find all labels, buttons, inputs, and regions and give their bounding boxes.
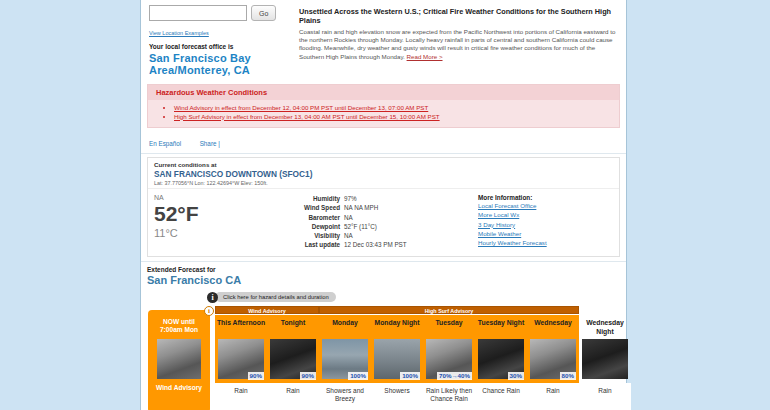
stat-row: Last update 12 Dec 03:43 PM PST xyxy=(272,240,472,249)
stat-value: NA xyxy=(344,231,353,240)
stat-row: Humidity 97% xyxy=(272,194,472,203)
hazard-title: Hazardous Weather Conditions xyxy=(148,85,619,100)
precip-probability: 100% xyxy=(400,372,420,380)
stat-value: 97% xyxy=(344,194,357,203)
forecast-periods: This Afternoon 90% Rain High: 58 °F Toni… xyxy=(215,315,631,410)
forecast-period-card[interactable]: Monday Night 100% Showers Low: 46 °F xyxy=(371,315,423,410)
precip-probability: 90% xyxy=(248,372,264,380)
hazard-now-line2: 7:00am Mon xyxy=(148,326,210,335)
news-body-text: Coastal rain and high elevation snow are… xyxy=(299,28,615,60)
forecast-office-link[interactable]: San Francisco Bay Area/Monterey, CA xyxy=(149,52,289,76)
en-espanol-link[interactable]: En Español xyxy=(149,140,181,147)
stat-label: Last update xyxy=(272,240,344,249)
precip-probability: 30% xyxy=(508,372,524,380)
more-info-link[interactable]: Mobile Weather xyxy=(478,229,613,238)
period-name: Tuesday Night xyxy=(475,318,527,338)
top-bar: Go View Location Examples Your local for… xyxy=(141,0,626,82)
forecast-period-card[interactable]: This Afternoon 90% Rain High: 58 °F xyxy=(215,315,267,410)
hazard-link[interactable]: Wind Advisory in effect from December 12… xyxy=(174,104,428,111)
period-short-forecast: Rain xyxy=(579,383,631,410)
forecast-period-card[interactable]: Wednesday Night Rain Low: 50 °F xyxy=(579,315,631,410)
local-forecast-search: Go View Location Examples Your local for… xyxy=(149,5,289,78)
more-info-links: Local Forecast Office More Local Wx 3 Da… xyxy=(478,201,613,247)
hazard-weather-image xyxy=(157,339,201,379)
hazard-list: Wind Advisory in effect from December 12… xyxy=(174,104,619,121)
station-coordinates: Lat: 37.77056°N Lon: 122.42694°W Elev: 1… xyxy=(154,180,613,186)
period-weather-image xyxy=(582,339,628,379)
national-news: Unsettled Across the Western U.S.; Criti… xyxy=(299,5,618,78)
forecast-period-card[interactable]: Tuesday Night 30% Chance Rain Low: 45 °F xyxy=(475,315,527,410)
period-short-forecast: Rain xyxy=(267,383,319,410)
period-name: Tuesday xyxy=(423,318,475,338)
stat-row: Wind Speed NA NA MPH xyxy=(272,203,472,212)
precip-probability: 80% xyxy=(560,372,576,380)
current-temp-c: 11°C xyxy=(154,227,272,239)
office-intro-text: Your local forecast office is xyxy=(149,43,289,50)
more-info-link[interactable]: 3 Day History xyxy=(478,220,613,229)
current-condition-text: NA xyxy=(154,194,272,201)
news-body: Coastal rain and high elevation snow are… xyxy=(299,28,618,61)
current-stats-table: Humidity 97% Wind Speed NA NA MPH Barome… xyxy=(272,194,472,250)
forecast-period-card[interactable]: Tuesday 70%→40% Rain Likely then Chance … xyxy=(423,315,475,410)
station-name: SAN FRANCISCO DOWNTOWN (SFOC1) xyxy=(154,169,613,179)
search-input[interactable] xyxy=(149,5,247,21)
stat-row: Visibility NA xyxy=(272,231,472,240)
current-conditions-panel: Current conditions at SAN FRANCISCO DOWN… xyxy=(147,157,620,257)
stat-value: NA xyxy=(344,213,353,222)
stat-label: Barometer xyxy=(272,213,344,222)
info-icon: i xyxy=(207,292,218,303)
forecast-grid: Wind Advisory High Surf Advisory This Af… xyxy=(215,306,631,410)
more-info-title: More Information: xyxy=(478,194,613,201)
hazard-details-label: Click here for hazard details and durati… xyxy=(215,292,336,302)
period-name: Wednesday xyxy=(527,318,579,338)
precip-probability: 70%→40% xyxy=(437,372,472,380)
stat-label: Visibility xyxy=(272,231,344,240)
stat-label: Humidity xyxy=(272,194,344,203)
read-more-link[interactable]: Read More > xyxy=(407,53,443,60)
stat-label: Dewpoint xyxy=(272,222,344,231)
extended-forecast-section: Extended Forecast for San Francisco CA i… xyxy=(141,261,626,410)
hazard-name-label: Wind Advisory xyxy=(148,384,210,391)
stat-value: 52°F (11°C) xyxy=(344,222,377,231)
share-link[interactable]: Share | xyxy=(200,140,220,147)
hazard-now-line1: NOW until xyxy=(148,318,210,327)
high-surf-advisory-bar[interactable]: High Surf Advisory xyxy=(319,306,579,314)
active-hazard-card[interactable]: i NOW until 7:00am Mon Wind Advisory xyxy=(148,310,210,410)
period-name: Monday xyxy=(319,318,371,338)
hazardous-weather-conditions: Hazardous Weather Conditions Wind Adviso… xyxy=(147,84,620,128)
stat-row: Barometer NA xyxy=(272,213,472,222)
stat-label: Wind Speed xyxy=(272,203,344,212)
weather-page: Go View Location Examples Your local for… xyxy=(140,0,627,410)
period-name: Wednesday Night xyxy=(579,318,631,338)
news-title: Unsettled Across the Western U.S.; Criti… xyxy=(299,7,618,25)
period-short-forecast: Chance Rain xyxy=(475,383,527,410)
forecast-period-card[interactable]: Tonight 90% Rain Low: 52 °F xyxy=(267,315,319,410)
hazard-item: Wind Advisory in effect from December 12… xyxy=(174,104,619,113)
period-short-forecast: Rain xyxy=(527,383,579,410)
location-examples-link[interactable]: View Location Examples xyxy=(149,30,209,36)
info-badge-icon: i xyxy=(204,306,214,316)
more-info-link[interactable]: Hourly Weather Forecast xyxy=(478,238,613,247)
extended-forecast-location: San Francisco CA xyxy=(147,274,620,286)
forecast-period-card[interactable]: Wednesday 80% Rain High: 56 °F xyxy=(527,315,579,410)
go-button[interactable]: Go xyxy=(251,5,276,21)
forecast-period-card[interactable]: Monday 100% Showers and Breezy High: 59 … xyxy=(319,315,371,410)
stat-value: NA NA MPH xyxy=(344,203,378,212)
precip-probability: 100% xyxy=(348,372,368,380)
period-name: This Afternoon xyxy=(215,318,267,338)
wind-advisory-bar[interactable]: Wind Advisory xyxy=(215,306,319,314)
period-name: Tonight xyxy=(267,318,319,338)
period-short-forecast: Rain Likely then Chance Rain xyxy=(423,383,475,410)
period-short-forecast: Rain xyxy=(215,383,267,410)
hazard-item: High Surf Advisory in effect from Decemb… xyxy=(174,113,619,122)
current-temp-f: 52°F xyxy=(154,202,272,226)
more-info-link[interactable]: More Local Wx xyxy=(478,210,613,219)
extended-forecast-heading: Extended Forecast for xyxy=(147,266,620,273)
forecast-strip: i NOW until 7:00am Mon Wind Advisory Win… xyxy=(147,306,620,410)
precip-probability: 90% xyxy=(300,372,316,380)
more-info-link[interactable]: Local Forecast Office xyxy=(478,201,613,210)
hazard-link[interactable]: High Surf Advisory in effect from Decemb… xyxy=(174,113,440,120)
period-name: Monday Night xyxy=(371,318,423,338)
hazard-details-button[interactable]: i Click here for hazard details and dura… xyxy=(207,292,620,303)
current-conditions-heading: Current conditions at xyxy=(154,161,613,168)
